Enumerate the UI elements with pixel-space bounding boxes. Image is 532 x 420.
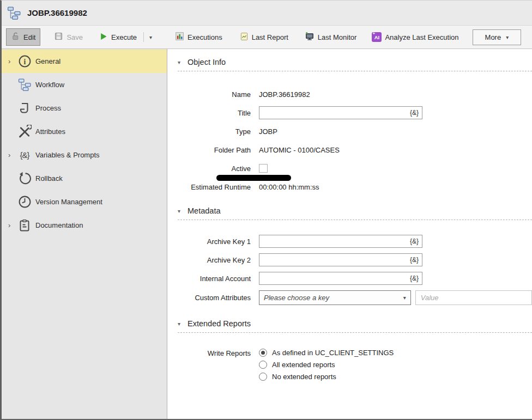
object-editor-window: JOBP.36619982 Edit Save	[0, 0, 532, 420]
chevron-right-icon[interactable]: ›	[8, 151, 10, 159]
workflow-object-icon	[7, 6, 21, 20]
title-input[interactable]	[259, 107, 410, 119]
radio-option-all-extended-reports[interactable]: All extended reports	[259, 361, 394, 369]
archive-key-1-input[interactable]	[259, 235, 410, 247]
active-label: Active	[178, 165, 251, 173]
section-header-extended-reports[interactable]: ▾ Extended Reports	[178, 319, 532, 333]
radio-button-icon[interactable]	[259, 361, 267, 369]
sidebar-item-label: Version Management	[35, 198, 102, 206]
archive-key-1-label: Archive Key 1	[178, 238, 251, 246]
title-bar: JOBP.36619982	[2, 1, 532, 25]
type-row: Type JOBP	[178, 125, 532, 138]
sidebar-item-process[interactable]: Process	[2, 96, 167, 120]
analyze-last-execution-button[interactable]: AI Analyze Last Execution	[367, 29, 463, 45]
sidebar-item-general[interactable]: › i General	[2, 50, 167, 73]
custom-attribute-value-input[interactable]	[415, 290, 532, 305]
name-value: JOBP.36619982	[259, 90, 310, 99]
folder-path-row: Folder Path AUTOMIC - 0100/CASES	[178, 143, 532, 156]
clipboard-icon	[17, 218, 32, 233]
sidebar-item-label: Attributes	[35, 127, 65, 136]
internal-account-label: Internal Account	[178, 275, 251, 283]
variable-insert-button[interactable]: {&}	[410, 275, 422, 282]
execute-button[interactable]: Execute	[94, 29, 142, 46]
main-area: › i General	[2, 49, 532, 419]
internal-account-row: Internal Account {&}	[178, 272, 532, 285]
sidebar: › i General	[2, 49, 167, 419]
custom-attributes-row: Custom Attributes Please choose a key ▾	[178, 290, 532, 305]
clock-icon	[17, 195, 32, 209]
folder-path-value: AUTOMIC - 0100/CASES	[259, 146, 340, 154]
radio-button-icon[interactable]	[259, 349, 267, 357]
play-icon	[99, 32, 108, 42]
select-placeholder: Please choose a key	[264, 294, 329, 302]
rollback-arrow-icon	[17, 172, 32, 186]
name-label: Name	[178, 90, 251, 99]
sidebar-item-label: Rollback	[35, 174, 63, 182]
chevron-down-icon: ▾	[149, 34, 152, 40]
collapse-chevron-icon[interactable]: ▾	[178, 59, 180, 65]
collapse-chevron-icon[interactable]: ▾	[178, 208, 180, 214]
sidebar-item-label: Documentation	[35, 221, 83, 229]
title-row: Title {&}	[178, 106, 532, 119]
chevron-right-icon[interactable]: ›	[8, 222, 10, 229]
edit-button[interactable]: Edit	[6, 28, 40, 46]
archive-key-2-row: Archive Key 2 {&}	[178, 253, 532, 266]
title-label: Title	[178, 109, 251, 117]
report-document-icon	[240, 32, 249, 42]
sidebar-item-variables-prompts[interactable]: › {&} Variables & Prompts	[2, 143, 167, 167]
radio-option-no-extended-reports[interactable]: No extended reports	[259, 373, 394, 381]
monitor-icon	[305, 32, 315, 42]
type-value: JOBP	[259, 127, 277, 136]
variable-insert-button[interactable]: {&}	[410, 109, 422, 117]
write-reports-radio-group: As defined in UC_CLIENT_SETTINGS All ext…	[259, 349, 394, 381]
internal-account-input[interactable]	[259, 272, 410, 284]
chevron-down-icon: ▾	[506, 34, 509, 40]
info-icon: i	[17, 54, 32, 69]
section-title: Extended Reports	[188, 319, 251, 328]
write-reports-label: Write Reports	[178, 349, 251, 357]
active-row: Active	[178, 162, 532, 175]
chevron-right-icon[interactable]: ›	[8, 58, 10, 65]
ai-icon: AI	[372, 32, 382, 42]
custom-attribute-key-select[interactable]: Please choose a key ▾	[259, 290, 411, 305]
last-report-button[interactable]: Last Report	[235, 29, 293, 46]
executions-button[interactable]: Executions	[170, 28, 227, 46]
sidebar-item-label: Process	[35, 104, 61, 112]
workflow-icon	[17, 78, 32, 92]
variable-insert-button[interactable]: {&}	[410, 238, 422, 245]
archive-key-2-input[interactable]	[259, 254, 410, 266]
archive-key-2-label: Archive Key 2	[178, 256, 251, 264]
radio-option-uc-client-settings[interactable]: As defined in UC_CLIENT_SETTINGS	[259, 349, 394, 357]
general-tab-content: ▾ Object Info Name JOBP.36619982 Title {…	[167, 49, 532, 419]
execute-options-dropdown[interactable]: ▾	[146, 31, 156, 44]
more-button[interactable]: More ▾	[473, 29, 522, 45]
variable-insert-button[interactable]: {&}	[410, 256, 422, 264]
svg-text:i: i	[23, 58, 26, 66]
section-header-object-info[interactable]: ▾ Object Info	[178, 58, 532, 71]
save-button[interactable]: Save	[49, 28, 88, 46]
type-label: Type	[178, 127, 251, 136]
section-metadata: ▾ Metadata Archive Key 1 {&} Archive Key…	[178, 206, 532, 305]
write-reports-row: Write Reports As defined in UC_CLIENT_SE…	[178, 349, 532, 381]
sidebar-item-documentation[interactable]: › Documentation	[2, 214, 167, 237]
section-title: Object Info	[188, 58, 226, 66]
archive-key-1-row: Archive Key 1 {&}	[178, 235, 532, 248]
floppy-disk-icon	[54, 32, 63, 42]
last-monitor-button[interactable]: Last Monitor	[300, 28, 362, 46]
collapse-chevron-icon[interactable]: ▾	[178, 321, 180, 327]
open-lock-icon	[11, 32, 20, 42]
active-checkbox[interactable]	[259, 164, 268, 173]
sidebar-item-attributes[interactable]: Attributes	[2, 120, 167, 143]
section-title: Metadata	[188, 206, 220, 215]
custom-attributes-label: Custom Attributes	[178, 294, 251, 302]
sidebar-item-version-management[interactable]: Version Management	[2, 190, 167, 214]
sidebar-item-rollback[interactable]: Rollback	[2, 167, 167, 190]
folder-path-label: Folder Path	[178, 146, 251, 154]
sidebar-item-label: General	[35, 57, 61, 65]
page-title: JOBP.36619982	[27, 8, 87, 17]
radio-button-icon[interactable]	[259, 373, 267, 381]
section-header-metadata[interactable]: ▾ Metadata	[178, 206, 532, 220]
sidebar-item-label: Variables & Prompts	[35, 151, 100, 159]
tools-icon	[17, 125, 32, 139]
sidebar-item-workflow[interactable]: Workflow	[2, 73, 167, 96]
